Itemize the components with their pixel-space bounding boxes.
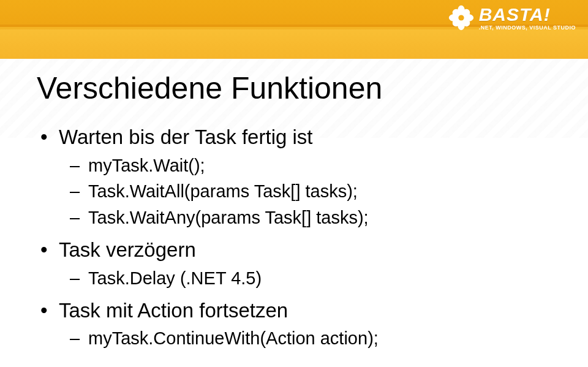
bullet-list: Warten bis der Task fertig ist myTask.Wa… — [37, 123, 551, 352]
flower-icon — [448, 5, 474, 31]
sub-bullet-text: myTask.Wait(); — [88, 156, 205, 175]
sub-bullet-list: myTask.Wait(); Task.WaitAll(params Task[… — [59, 153, 551, 232]
bullet-text: Warten bis der Task fertig ist — [59, 126, 312, 148]
svg-point-8 — [458, 15, 464, 20]
brand-subline: .NET, WINDOWS, VISUAL STUDIO — [479, 25, 576, 31]
brand-logo: BASTA! .NET, WINDOWS, VISUAL STUDIO — [448, 5, 576, 31]
sub-bullet-text: myTask.ContinueWith(Action action); — [88, 328, 379, 348]
sub-bullet-text: Task.WaitAll(params Task[] tasks); — [88, 181, 358, 201]
sub-bullet-list: Task.Delay (.NET 4.5) — [59, 265, 551, 292]
sub-bullet-text: Task.WaitAny(params Task[] tasks); — [88, 208, 369, 227]
list-item: Task mit Action fortsetzen myTask.Contin… — [59, 297, 551, 352]
slide-title: Verschiedene Funktionen — [37, 70, 551, 106]
slide-content: Verschiedene Funktionen Warten bis der T… — [37, 70, 551, 357]
header-band: BASTA! .NET, WINDOWS, VISUAL STUDIO — [0, 0, 588, 59]
list-item: Task.WaitAny(params Task[] tasks); — [88, 205, 551, 231]
list-item: Task.Delay (.NET 4.5) — [88, 265, 551, 292]
sub-bullet-list: myTask.ContinueWith(Action action); — [59, 325, 551, 352]
list-item: myTask.Wait(); — [88, 153, 551, 179]
list-item: Warten bis der Task fertig ist myTask.Wa… — [59, 123, 551, 231]
bullet-text: Task verzögern — [59, 238, 196, 261]
sub-bullet-text: Task.Delay (.NET 4.5) — [88, 268, 262, 288]
list-item: myTask.ContinueWith(Action action); — [88, 325, 551, 352]
brand-name: BASTA! — [479, 6, 576, 24]
bullet-text: Task mit Action fortsetzen — [59, 299, 288, 322]
list-item: Task.WaitAll(params Task[] tasks); — [88, 178, 551, 205]
brand-text: BASTA! .NET, WINDOWS, VISUAL STUDIO — [479, 6, 576, 31]
header-band-bottom — [0, 29, 588, 59]
slide: BASTA! .NET, WINDOWS, VISUAL STUDIO Vers… — [0, 0, 588, 367]
list-item: Task verzögern Task.Delay (.NET 4.5) — [59, 236, 551, 291]
